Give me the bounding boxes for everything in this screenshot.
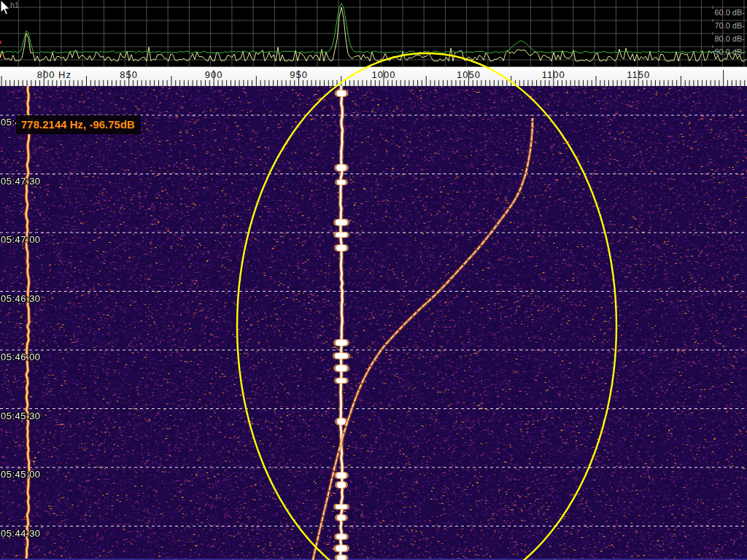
db-axis-label: 60.0 dB- — [714, 8, 745, 17]
time-label: 05:46:00 — [1, 351, 41, 362]
peak-trace — [0, 7, 746, 61]
time-label: 05:47:00 — [1, 234, 41, 245]
db-axis-label: 80.0 dB- — [714, 34, 745, 43]
ruler-label: 1150 — [627, 69, 650, 80]
average-trace — [0, 4, 746, 53]
cursor-readout-text: 778.2144 Hz, -96.75dB — [21, 118, 135, 131]
time-label: 05:46:30 — [1, 293, 41, 304]
time-label: 05:47:30 — [1, 176, 41, 187]
time-label: 05:45:30 — [1, 411, 41, 421]
spectrum-plot: 60.0 dB-70.0 dB-80.0 dB-90.0 dB- — [0, 0, 747, 66]
spectrum-lab-window: 60.0 dB-70.0 dB-80.0 dB-90.0 dB- h1 800 … — [0, 0, 747, 560]
time-gridlines — [0, 115, 747, 526]
ruler-label: 800 Hz — [37, 69, 71, 80]
ruler-label: 1100 — [542, 69, 565, 80]
cursor-tag-label: h1 — [10, 1, 19, 9]
cursor-readout: 778.2144 Hz, -96.75dB — [16, 115, 141, 134]
frequency-ruler-scale: 800 Hz8509009501000105011001150 — [0, 67, 747, 86]
ruler-label: 850 — [120, 69, 138, 80]
waterfall-signals — [0, 86, 747, 560]
frequency-ruler[interactable]: 800 Hz8509009501000105011001150 — [0, 66, 747, 86]
db-axis-label: 90.0 dB- — [714, 47, 745, 56]
edge-mark — [0, 41, 1, 44]
ruler-label: 950 — [290, 69, 308, 80]
spectrum-display[interactable]: 60.0 dB-70.0 dB-80.0 dB-90.0 dB- h1 — [0, 0, 747, 66]
ruler-label: 1050 — [457, 69, 481, 80]
time-label: 05:45:00 — [1, 469, 41, 480]
time-label: 05:44:30 — [1, 528, 41, 539]
db-axis-label: 70.0 dB- — [714, 21, 745, 30]
waterfall-display[interactable]: 05:48:0005:47:3005:47:0005:46:3005:46:00… — [0, 86, 747, 560]
ruler-label: 900 — [205, 69, 223, 80]
ruler-label: 1000 — [372, 69, 396, 80]
